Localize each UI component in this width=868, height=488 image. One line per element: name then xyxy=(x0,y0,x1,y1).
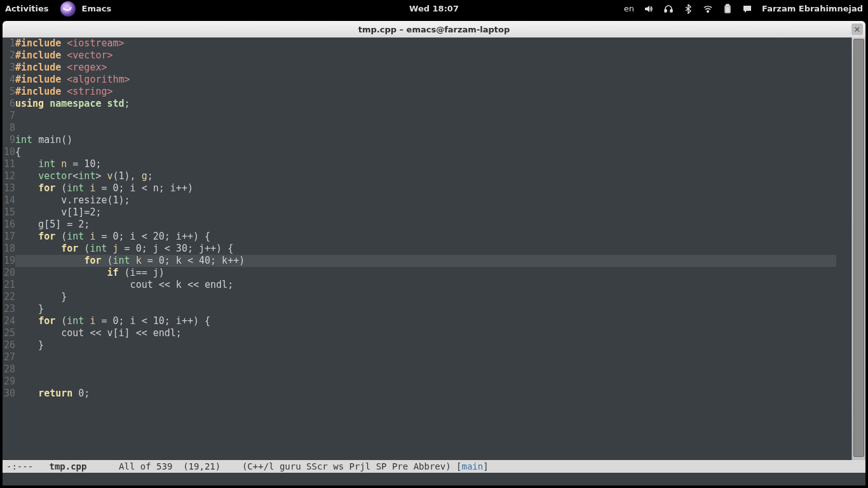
svg-rect-5 xyxy=(726,7,729,12)
user-name[interactable]: Farzam Ebrahimnejad xyxy=(762,4,863,13)
code-line[interactable]: v.resize(1); xyxy=(15,194,851,207)
activities-button[interactable]: Activities xyxy=(5,4,49,13)
app-name[interactable]: Emacs xyxy=(82,4,112,13)
line-number: 9 xyxy=(3,134,15,146)
window-title: tmp.cpp – emacs@farzam-laptop xyxy=(358,25,510,34)
editor-area[interactable]: 1234567891011121314151617181920212223242… xyxy=(3,37,865,460)
modeline-vc-branch: main xyxy=(462,461,484,471)
bluetooth-icon[interactable] xyxy=(683,4,693,14)
line-number: 1 xyxy=(3,37,15,50)
code-line[interactable]: } xyxy=(15,339,851,351)
line-number: 3 xyxy=(3,62,15,74)
code-line[interactable]: } xyxy=(15,303,851,315)
line-number: 24 xyxy=(3,315,15,327)
vertical-scrollbar[interactable] xyxy=(851,37,865,460)
line-number: 23 xyxy=(3,303,15,315)
line-number: 7 xyxy=(3,110,15,122)
gnome-topbar: Activities Emacs Wed 18:07 en Farzam Ebr… xyxy=(0,0,868,17)
headphones-icon[interactable] xyxy=(663,4,674,14)
modeline-modes: (C++/l guru SScr ws Prjl SP Pre Abbrev) xyxy=(242,461,451,471)
battery-icon[interactable] xyxy=(722,4,733,14)
code-line[interactable]: cout << v[i] << endl; xyxy=(15,327,851,339)
line-number: 29 xyxy=(3,376,15,388)
code-line[interactable] xyxy=(15,122,851,134)
keyboard-layout-indicator[interactable]: en xyxy=(624,4,634,13)
window-close-button[interactable]: ✕ xyxy=(851,24,863,35)
line-number: 30 xyxy=(3,388,15,400)
minibuffer[interactable] xyxy=(3,473,865,485)
code-line[interactable] xyxy=(15,363,851,376)
code-line[interactable]: return 0; xyxy=(15,388,851,400)
modeline-filename: tmp.cpp xyxy=(49,461,86,471)
code-line[interactable] xyxy=(15,110,851,122)
code-line[interactable]: #include <algorithm> xyxy=(15,74,851,86)
code-line[interactable]: vector<int> v(1), g; xyxy=(15,170,851,182)
line-number: 28 xyxy=(3,363,15,376)
volume-icon[interactable] xyxy=(644,4,654,14)
emacs-app-icon[interactable] xyxy=(60,1,76,17)
clock[interactable]: Wed 18:07 xyxy=(409,4,459,13)
svg-rect-0 xyxy=(665,10,667,12)
code-line[interactable]: for (int j = 0; j < 30; j++) { xyxy=(15,243,851,255)
modeline-position: All of 539 (19,21) xyxy=(119,461,220,471)
line-number: 5 xyxy=(3,86,15,98)
line-number-gutter: 1234567891011121314151617181920212223242… xyxy=(3,37,15,460)
line-number: 20 xyxy=(3,267,15,279)
line-number: 10 xyxy=(3,146,15,158)
line-number: 19 xyxy=(3,255,15,267)
code-line[interactable]: for (int i = 0; i < n; i++) xyxy=(15,182,851,194)
code-line[interactable]: } xyxy=(15,291,851,303)
code-line[interactable]: g[5] = 2; xyxy=(15,219,851,231)
line-number: 2 xyxy=(3,50,15,62)
code-line[interactable]: for (int k = 0; k < 40; k++) xyxy=(15,255,851,267)
chat-icon xyxy=(742,4,752,14)
wifi-icon[interactable] xyxy=(703,4,713,14)
code-line[interactable] xyxy=(15,376,851,388)
code-line[interactable] xyxy=(15,351,851,363)
code-line[interactable]: #include <regex> xyxy=(15,62,851,74)
line-number: 21 xyxy=(3,279,15,291)
line-number: 17 xyxy=(3,231,15,243)
code-line[interactable]: #include <vector> xyxy=(15,50,851,62)
code-line[interactable]: #include <string> xyxy=(15,86,851,98)
line-number: 6 xyxy=(3,98,15,110)
line-number: 8 xyxy=(3,122,15,134)
line-number: 27 xyxy=(3,351,15,363)
line-number: 15 xyxy=(3,207,15,219)
code-line[interactable]: int n = 10; xyxy=(15,158,851,170)
line-number: 14 xyxy=(3,194,15,207)
svg-point-2 xyxy=(707,10,709,12)
code-line[interactable]: for (int i = 0; i < 10; i++) { xyxy=(15,315,851,327)
line-number: 11 xyxy=(3,158,15,170)
code-line[interactable]: #include <iostream> xyxy=(15,37,851,50)
line-number: 4 xyxy=(3,74,15,86)
code-line[interactable]: for (int i = 0; i < 20; i++) { xyxy=(15,231,851,243)
code-buffer[interactable]: #include <iostream>#include <vector>#inc… xyxy=(15,37,851,460)
code-line[interactable]: using namespace std; xyxy=(15,98,851,110)
line-number: 13 xyxy=(3,182,15,194)
code-line[interactable]: v[1]=2; xyxy=(15,207,851,219)
line-number: 12 xyxy=(3,170,15,182)
line-number: 22 xyxy=(3,291,15,303)
code-line[interactable]: { xyxy=(15,146,851,158)
line-number: 26 xyxy=(3,339,15,351)
svg-rect-4 xyxy=(726,4,729,6)
scrollbar-thumb[interactable] xyxy=(853,39,864,457)
svg-rect-1 xyxy=(670,10,672,12)
code-line[interactable]: int main() xyxy=(15,134,851,146)
code-line[interactable]: if (i== j) xyxy=(15,267,851,279)
line-number: 16 xyxy=(3,219,15,231)
line-number: 25 xyxy=(3,327,15,339)
mode-line[interactable]: -:--- tmp.cpp All of 539 (19,21) (C++/l … xyxy=(3,460,865,473)
window-titlebar[interactable]: tmp.cpp – emacs@farzam-laptop ✕ xyxy=(3,21,865,37)
modeline-state: -:--- xyxy=(6,461,33,471)
code-line[interactable]: cout << k << endl; xyxy=(15,279,851,291)
line-number: 18 xyxy=(3,243,15,255)
